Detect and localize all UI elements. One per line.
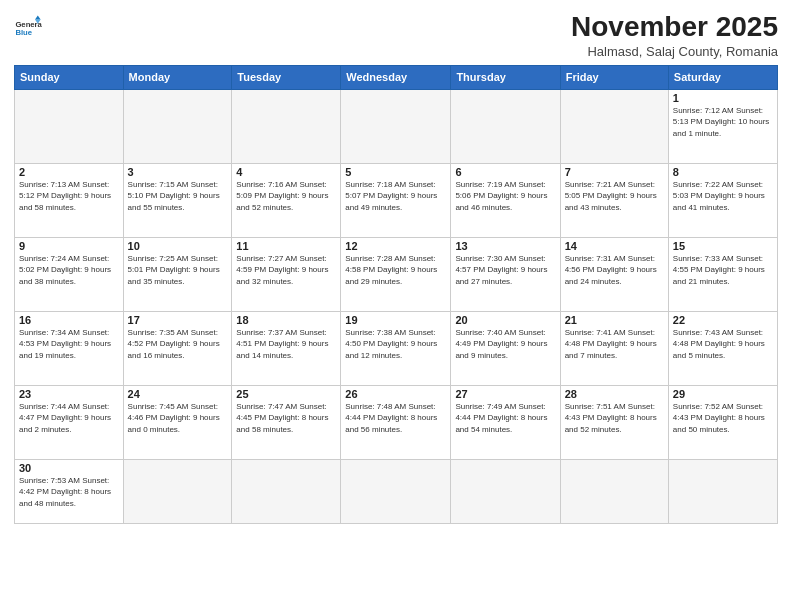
day-info: Sunrise: 7:48 AM Sunset: 4:44 PM Dayligh… [345, 401, 446, 436]
col-friday: Friday [560, 65, 668, 89]
calendar-day-cell: 4Sunrise: 7:16 AM Sunset: 5:09 PM Daylig… [232, 163, 341, 237]
day-number: 22 [673, 314, 773, 326]
page: General Blue November 2025 Halmasd, Sala… [0, 0, 792, 612]
day-info: Sunrise: 7:27 AM Sunset: 4:59 PM Dayligh… [236, 253, 336, 288]
day-number: 11 [236, 240, 336, 252]
calendar-day-cell: 9Sunrise: 7:24 AM Sunset: 5:02 PM Daylig… [15, 237, 124, 311]
calendar-week-row: 1Sunrise: 7:12 AM Sunset: 5:13 PM Daylig… [15, 89, 778, 163]
day-number: 19 [345, 314, 446, 326]
day-number: 25 [236, 388, 336, 400]
calendar-day-cell [341, 459, 451, 523]
day-number: 4 [236, 166, 336, 178]
calendar-day-cell: 5Sunrise: 7:18 AM Sunset: 5:07 PM Daylig… [341, 163, 451, 237]
day-info: Sunrise: 7:28 AM Sunset: 4:58 PM Dayligh… [345, 253, 446, 288]
col-monday: Monday [123, 65, 232, 89]
calendar-day-cell: 6Sunrise: 7:19 AM Sunset: 5:06 PM Daylig… [451, 163, 560, 237]
calendar-day-cell: 26Sunrise: 7:48 AM Sunset: 4:44 PM Dayli… [341, 385, 451, 459]
calendar-day-cell: 24Sunrise: 7:45 AM Sunset: 4:46 PM Dayli… [123, 385, 232, 459]
calendar-week-row: 9Sunrise: 7:24 AM Sunset: 5:02 PM Daylig… [15, 237, 778, 311]
title-block: November 2025 Halmasd, Salaj County, Rom… [571, 10, 778, 59]
day-number: 9 [19, 240, 119, 252]
calendar-day-cell [451, 89, 560, 163]
header: General Blue November 2025 Halmasd, Sala… [14, 10, 778, 59]
day-info: Sunrise: 7:30 AM Sunset: 4:57 PM Dayligh… [455, 253, 555, 288]
day-info: Sunrise: 7:13 AM Sunset: 5:12 PM Dayligh… [19, 179, 119, 214]
calendar-day-cell: 30Sunrise: 7:53 AM Sunset: 4:42 PM Dayli… [15, 459, 124, 523]
calendar-header-row: Sunday Monday Tuesday Wednesday Thursday… [15, 65, 778, 89]
svg-marker-2 [35, 15, 41, 19]
day-number: 27 [455, 388, 555, 400]
day-info: Sunrise: 7:37 AM Sunset: 4:51 PM Dayligh… [236, 327, 336, 362]
calendar-day-cell [668, 459, 777, 523]
day-number: 23 [19, 388, 119, 400]
col-sunday: Sunday [15, 65, 124, 89]
day-number: 17 [128, 314, 228, 326]
day-number: 5 [345, 166, 446, 178]
calendar-week-row: 2Sunrise: 7:13 AM Sunset: 5:12 PM Daylig… [15, 163, 778, 237]
calendar-day-cell: 20Sunrise: 7:40 AM Sunset: 4:49 PM Dayli… [451, 311, 560, 385]
calendar-day-cell [341, 89, 451, 163]
day-number: 6 [455, 166, 555, 178]
calendar-week-row: 16Sunrise: 7:34 AM Sunset: 4:53 PM Dayli… [15, 311, 778, 385]
day-number: 29 [673, 388, 773, 400]
calendar-week-row: 30Sunrise: 7:53 AM Sunset: 4:42 PM Dayli… [15, 459, 778, 523]
day-info: Sunrise: 7:33 AM Sunset: 4:55 PM Dayligh… [673, 253, 773, 288]
day-number: 12 [345, 240, 446, 252]
day-info: Sunrise: 7:40 AM Sunset: 4:49 PM Dayligh… [455, 327, 555, 362]
day-number: 14 [565, 240, 664, 252]
svg-text:Blue: Blue [15, 28, 32, 37]
day-info: Sunrise: 7:49 AM Sunset: 4:44 PM Dayligh… [455, 401, 555, 436]
calendar-day-cell [15, 89, 124, 163]
calendar-day-cell: 8Sunrise: 7:22 AM Sunset: 5:03 PM Daylig… [668, 163, 777, 237]
calendar-day-cell: 7Sunrise: 7:21 AM Sunset: 5:05 PM Daylig… [560, 163, 668, 237]
day-info: Sunrise: 7:35 AM Sunset: 4:52 PM Dayligh… [128, 327, 228, 362]
day-info: Sunrise: 7:18 AM Sunset: 5:07 PM Dayligh… [345, 179, 446, 214]
calendar-day-cell: 11Sunrise: 7:27 AM Sunset: 4:59 PM Dayli… [232, 237, 341, 311]
calendar-day-cell [232, 89, 341, 163]
day-number: 28 [565, 388, 664, 400]
col-tuesday: Tuesday [232, 65, 341, 89]
day-info: Sunrise: 7:45 AM Sunset: 4:46 PM Dayligh… [128, 401, 228, 436]
calendar-day-cell [123, 89, 232, 163]
calendar-day-cell: 16Sunrise: 7:34 AM Sunset: 4:53 PM Dayli… [15, 311, 124, 385]
day-number: 16 [19, 314, 119, 326]
col-saturday: Saturday [668, 65, 777, 89]
day-info: Sunrise: 7:41 AM Sunset: 4:48 PM Dayligh… [565, 327, 664, 362]
day-info: Sunrise: 7:22 AM Sunset: 5:03 PM Dayligh… [673, 179, 773, 214]
day-number: 13 [455, 240, 555, 252]
day-info: Sunrise: 7:21 AM Sunset: 5:05 PM Dayligh… [565, 179, 664, 214]
day-info: Sunrise: 7:19 AM Sunset: 5:06 PM Dayligh… [455, 179, 555, 214]
calendar-day-cell [232, 459, 341, 523]
day-number: 24 [128, 388, 228, 400]
day-info: Sunrise: 7:24 AM Sunset: 5:02 PM Dayligh… [19, 253, 119, 288]
calendar-day-cell: 3Sunrise: 7:15 AM Sunset: 5:10 PM Daylig… [123, 163, 232, 237]
day-number: 21 [565, 314, 664, 326]
day-number: 1 [673, 92, 773, 104]
calendar-day-cell: 14Sunrise: 7:31 AM Sunset: 4:56 PM Dayli… [560, 237, 668, 311]
calendar-day-cell: 10Sunrise: 7:25 AM Sunset: 5:01 PM Dayli… [123, 237, 232, 311]
calendar-table: Sunday Monday Tuesday Wednesday Thursday… [14, 65, 778, 524]
calendar-day-cell: 19Sunrise: 7:38 AM Sunset: 4:50 PM Dayli… [341, 311, 451, 385]
day-info: Sunrise: 7:34 AM Sunset: 4:53 PM Dayligh… [19, 327, 119, 362]
day-info: Sunrise: 7:15 AM Sunset: 5:10 PM Dayligh… [128, 179, 228, 214]
day-number: 3 [128, 166, 228, 178]
calendar-day-cell: 17Sunrise: 7:35 AM Sunset: 4:52 PM Dayli… [123, 311, 232, 385]
month-title: November 2025 [571, 10, 778, 44]
calendar-day-cell: 23Sunrise: 7:44 AM Sunset: 4:47 PM Dayli… [15, 385, 124, 459]
calendar-day-cell [123, 459, 232, 523]
col-thursday: Thursday [451, 65, 560, 89]
calendar-day-cell: 22Sunrise: 7:43 AM Sunset: 4:48 PM Dayli… [668, 311, 777, 385]
generalblue-logo-icon: General Blue [14, 14, 42, 42]
calendar-day-cell [560, 459, 668, 523]
day-info: Sunrise: 7:52 AM Sunset: 4:43 PM Dayligh… [673, 401, 773, 436]
calendar-day-cell: 27Sunrise: 7:49 AM Sunset: 4:44 PM Dayli… [451, 385, 560, 459]
day-number: 15 [673, 240, 773, 252]
col-wednesday: Wednesday [341, 65, 451, 89]
day-info: Sunrise: 7:25 AM Sunset: 5:01 PM Dayligh… [128, 253, 228, 288]
day-number: 18 [236, 314, 336, 326]
day-info: Sunrise: 7:44 AM Sunset: 4:47 PM Dayligh… [19, 401, 119, 436]
day-info: Sunrise: 7:31 AM Sunset: 4:56 PM Dayligh… [565, 253, 664, 288]
day-number: 10 [128, 240, 228, 252]
calendar-day-cell: 1Sunrise: 7:12 AM Sunset: 5:13 PM Daylig… [668, 89, 777, 163]
calendar-day-cell: 18Sunrise: 7:37 AM Sunset: 4:51 PM Dayli… [232, 311, 341, 385]
